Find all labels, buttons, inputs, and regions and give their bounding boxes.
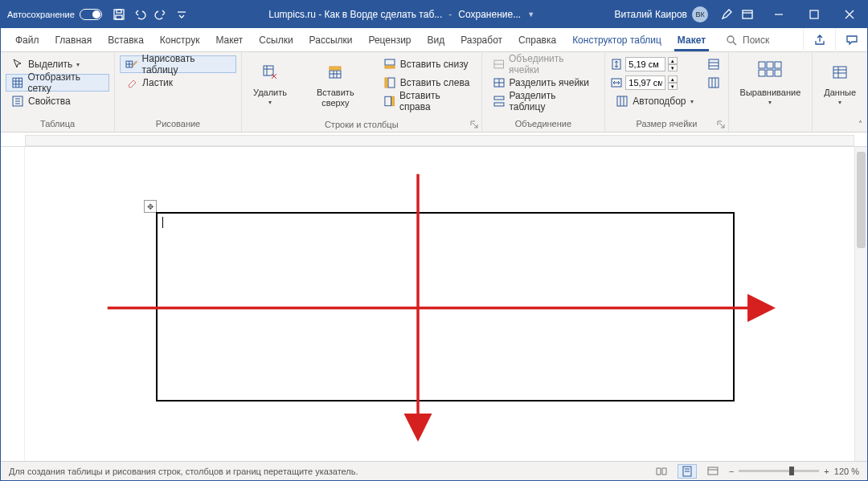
split-table-button[interactable]: Разделить таблицу (487, 92, 600, 110)
col-width-field[interactable]: ▴▾ (610, 74, 698, 92)
draw-mode-icon[interactable] (719, 7, 734, 22)
vertical-scrollbar[interactable] (854, 147, 867, 461)
insert-right-label: Вставить справа (399, 90, 471, 112)
vertical-ruler[interactable] (1, 147, 25, 461)
alignment-button[interactable]: Выравнивание ▾ (734, 55, 808, 118)
zoom-level[interactable]: 120 % (834, 467, 859, 476)
view-gridlines-button[interactable]: Отобразить сетку (6, 74, 109, 92)
merge-cells-icon (493, 58, 505, 71)
document-title: Lumpics.ru - Как в Ворде сделать таб... (268, 9, 442, 20)
tab-help[interactable]: Справка (510, 28, 564, 51)
redo-button[interactable] (154, 7, 168, 22)
group-label (817, 118, 862, 132)
tab-file[interactable]: Файл (7, 28, 47, 51)
alignment-label: Выравнивание (740, 88, 801, 98)
search-icon (725, 34, 738, 47)
delete-button[interactable]: Удалить ▾ (247, 55, 293, 118)
zoom-controls: − + 120 % (729, 467, 859, 476)
document-page[interactable]: ✥ (25, 147, 854, 461)
svg-rect-4 (743, 10, 752, 18)
properties-icon (11, 95, 24, 108)
split-table-icon (493, 95, 506, 108)
search-box[interactable]: Поиск (714, 28, 803, 51)
tab-developer[interactable]: Разработ (452, 28, 510, 51)
save-button[interactable] (112, 7, 126, 22)
merge-cells-label: Объединить ячейки (509, 53, 594, 75)
collapse-ribbon-icon[interactable]: ˄ (858, 120, 862, 128)
autosave-toggle[interactable]: Автосохранение (7, 9, 102, 20)
quick-access-toolbar (112, 7, 189, 22)
autofit-button[interactable]: Автоподбор ▾ (610, 92, 698, 110)
qat-customize-button[interactable] (174, 7, 189, 22)
row-height-field[interactable]: ▴▾ (610, 55, 698, 73)
svg-rect-58 (759, 62, 765, 68)
tab-review[interactable]: Рецензир (360, 28, 419, 51)
chevron-down-icon: ▼ (527, 10, 534, 18)
distribute-rows-button[interactable] (704, 55, 723, 73)
scrollbar-thumb[interactable] (857, 152, 866, 248)
user-name: Виталий Каиров (614, 9, 687, 20)
comments-button[interactable] (835, 28, 867, 52)
merge-cells-button[interactable]: Объединить ячейки (487, 55, 600, 73)
svg-rect-7 (810, 10, 818, 18)
view-read-button[interactable] (652, 464, 671, 479)
group-label: Таблица (6, 117, 109, 132)
pencil-table-icon (125, 58, 137, 71)
title-bar: Автосохранение Lumpics.ru - Как в Ворде … (1, 1, 867, 28)
split-cells-button[interactable]: Разделить ячейки (487, 74, 600, 92)
svg-rect-63 (775, 70, 781, 76)
word-window: Автосохранение Lumpics.ru - Как в Ворде … (0, 0, 868, 481)
tab-mailings[interactable]: Рассылки (301, 28, 361, 51)
insert-left-button[interactable]: Вставить слева (378, 74, 477, 92)
ribbon-display-icon[interactable] (740, 7, 755, 22)
dialog-launcher-icon[interactable] (469, 120, 479, 129)
group-label (734, 118, 808, 132)
insert-right-button[interactable]: Вставить справа (378, 92, 477, 110)
insert-above-button[interactable]: Вставить сверху (297, 55, 375, 118)
row-height-input[interactable] (625, 57, 665, 71)
drawn-table[interactable] (156, 212, 735, 402)
properties-button[interactable]: Свойства (6, 92, 109, 110)
tab-table-design[interactable]: Конструктор таблиц (564, 28, 669, 51)
tab-layout[interactable]: Макет (207, 28, 251, 51)
tab-insert[interactable]: Вставка (100, 28, 152, 51)
split-cells-icon (493, 76, 506, 89)
tab-view[interactable]: Вид (420, 28, 453, 51)
chevron-down-icon: ▾ (768, 99, 772, 106)
view-print-button[interactable] (678, 464, 697, 479)
tab-design[interactable]: Конструк (152, 28, 208, 51)
spin-down[interactable]: ▾ (668, 64, 678, 71)
autofit-icon (616, 95, 628, 108)
close-button[interactable] (832, 1, 867, 28)
zoom-in-button[interactable]: + (824, 467, 829, 476)
maximize-button[interactable] (796, 1, 832, 28)
spin-up[interactable]: ▴ (668, 75, 678, 83)
col-width-icon (610, 76, 623, 89)
tab-references[interactable]: Ссылки (251, 28, 301, 51)
eraser-button[interactable]: Ластик (120, 74, 236, 92)
data-button[interactable]: Данные ▾ (817, 55, 862, 118)
zoom-out-button[interactable]: − (729, 467, 734, 476)
zoom-slider-knob[interactable] (789, 467, 794, 475)
spin-up[interactable]: ▴ (668, 57, 678, 64)
view-web-button[interactable] (703, 464, 723, 479)
tab-table-layout[interactable]: Макет (669, 28, 714, 51)
user-account[interactable]: Виталий Каиров ВК (614, 6, 708, 22)
undo-button[interactable] (133, 7, 147, 22)
dialog-launcher-icon[interactable] (716, 120, 726, 129)
table-move-handle-icon[interactable]: ✥ (144, 200, 157, 213)
distribute-cols-button[interactable] (704, 74, 723, 92)
horizontal-ruler[interactable] (1, 132, 867, 147)
insert-below-button[interactable]: Вставить снизу (378, 55, 477, 73)
share-button[interactable] (803, 28, 835, 52)
select-button[interactable]: Выделить ▾ (6, 55, 109, 73)
spin-down[interactable]: ▾ (668, 83, 678, 90)
eraser-icon (125, 76, 138, 89)
draw-table-button[interactable]: Нарисовать таблицу (120, 55, 236, 73)
minimize-button[interactable] (761, 1, 796, 28)
col-width-input[interactable] (625, 75, 665, 90)
draw-table-label: Нарисовать таблицу (142, 53, 231, 75)
properties-label: Свойства (28, 96, 71, 107)
zoom-slider[interactable] (739, 470, 819, 472)
tab-home[interactable]: Главная (47, 28, 100, 51)
